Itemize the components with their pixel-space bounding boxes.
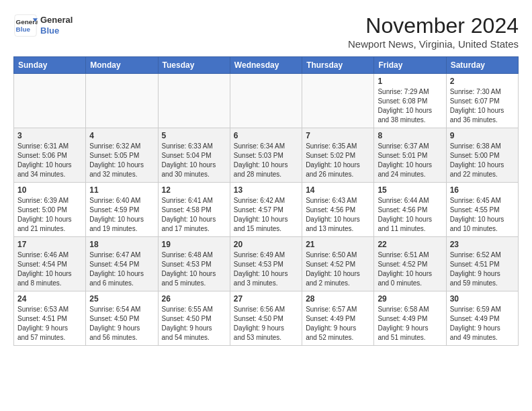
- day-info: Sunrise: 6:40 AM Sunset: 4:59 PM Dayligh…: [89, 196, 154, 234]
- day-number: 28: [306, 294, 370, 304]
- day-number: 19: [162, 240, 226, 249]
- weekday-header: Wednesday: [230, 57, 302, 74]
- logo-icon: General Blue: [13, 13, 38, 38]
- logo-text-line1: General: [40, 15, 73, 26]
- day-info: Sunrise: 6:38 AM Sunset: 5:00 PM Dayligh…: [450, 142, 515, 179]
- day-number: 7: [306, 131, 370, 140]
- day-number: 18: [89, 240, 154, 249]
- day-number: 21: [306, 240, 370, 249]
- calendar-cell: 24Sunrise: 6:53 AM Sunset: 4:51 PM Dayli…: [14, 291, 86, 346]
- calendar-cell: 6Sunrise: 6:34 AM Sunset: 5:03 PM Daylig…: [230, 128, 302, 183]
- calendar-cell: [14, 74, 86, 128]
- day-number: 6: [234, 131, 298, 140]
- calendar-cell: 17Sunrise: 6:46 AM Sunset: 4:54 PM Dayli…: [14, 237, 86, 291]
- weekday-header: Tuesday: [158, 57, 230, 74]
- logo-text-line2: Blue: [40, 26, 73, 36]
- day-number: 30: [450, 294, 515, 304]
- day-info: Sunrise: 6:32 AM Sunset: 5:05 PM Dayligh…: [89, 142, 154, 179]
- day-info: Sunrise: 6:39 AM Sunset: 5:00 PM Dayligh…: [17, 196, 82, 234]
- day-info: Sunrise: 6:33 AM Sunset: 5:04 PM Dayligh…: [162, 142, 226, 179]
- calendar-week-row: 3Sunrise: 6:31 AM Sunset: 5:06 PM Daylig…: [14, 128, 519, 183]
- day-number: 26: [162, 294, 226, 304]
- day-number: 13: [234, 185, 298, 195]
- day-number: 5: [162, 131, 226, 140]
- day-info: Sunrise: 6:59 AM Sunset: 4:49 PM Dayligh…: [450, 305, 515, 342]
- day-number: 4: [89, 131, 154, 140]
- day-number: 17: [17, 240, 82, 249]
- day-number: 23: [450, 240, 515, 249]
- day-number: 3: [17, 131, 82, 140]
- weekday-header: Friday: [374, 57, 446, 74]
- weekday-header: Monday: [86, 57, 158, 74]
- calendar-cell: 11Sunrise: 6:40 AM Sunset: 4:59 PM Dayli…: [86, 183, 158, 237]
- calendar-week-row: 17Sunrise: 6:46 AM Sunset: 4:54 PM Dayli…: [14, 237, 519, 291]
- day-number: 16: [450, 185, 515, 195]
- page-header: General Blue General Blue November 2024 …: [13, 13, 519, 50]
- calendar-cell: 5Sunrise: 6:33 AM Sunset: 5:04 PM Daylig…: [158, 128, 230, 183]
- logo: General Blue General Blue: [13, 13, 73, 38]
- calendar-cell: 28Sunrise: 6:57 AM Sunset: 4:49 PM Dayli…: [302, 291, 374, 346]
- location-subtitle: Newport News, Virginia, United States: [348, 38, 519, 50]
- day-info: Sunrise: 6:57 AM Sunset: 4:49 PM Dayligh…: [306, 305, 370, 342]
- day-info: Sunrise: 6:54 AM Sunset: 4:50 PM Dayligh…: [89, 305, 154, 342]
- calendar-cell: 4Sunrise: 6:32 AM Sunset: 5:05 PM Daylig…: [86, 128, 158, 183]
- calendar-cell: [158, 74, 230, 128]
- calendar-cell: 2Sunrise: 7:30 AM Sunset: 6:07 PM Daylig…: [446, 74, 518, 128]
- day-info: Sunrise: 6:50 AM Sunset: 4:52 PM Dayligh…: [306, 250, 370, 288]
- calendar-week-row: 10Sunrise: 6:39 AM Sunset: 5:00 PM Dayli…: [14, 183, 519, 237]
- day-number: 20: [234, 240, 298, 249]
- day-number: 11: [89, 185, 154, 195]
- day-info: Sunrise: 6:52 AM Sunset: 4:51 PM Dayligh…: [450, 250, 515, 288]
- day-info: Sunrise: 6:53 AM Sunset: 4:51 PM Dayligh…: [17, 305, 82, 342]
- calendar-cell: 20Sunrise: 6:49 AM Sunset: 4:53 PM Dayli…: [230, 237, 302, 291]
- day-info: Sunrise: 6:37 AM Sunset: 5:01 PM Dayligh…: [378, 142, 442, 179]
- day-number: 12: [162, 185, 226, 195]
- calendar-cell: 19Sunrise: 6:48 AM Sunset: 4:53 PM Dayli…: [158, 237, 230, 291]
- day-info: Sunrise: 6:35 AM Sunset: 5:02 PM Dayligh…: [306, 142, 370, 179]
- calendar-week-row: 1Sunrise: 7:29 AM Sunset: 6:08 PM Daylig…: [14, 74, 519, 128]
- day-number: 22: [378, 240, 442, 249]
- day-info: Sunrise: 7:29 AM Sunset: 6:08 PM Dayligh…: [378, 87, 442, 125]
- calendar-cell: 13Sunrise: 6:42 AM Sunset: 4:57 PM Dayli…: [230, 183, 302, 237]
- weekday-header: Thursday: [302, 57, 374, 74]
- day-info: Sunrise: 6:34 AM Sunset: 5:03 PM Dayligh…: [234, 142, 298, 179]
- month-title: November 2024: [348, 13, 519, 38]
- day-number: 27: [234, 294, 298, 304]
- calendar-cell: [302, 74, 374, 128]
- calendar-cell: 3Sunrise: 6:31 AM Sunset: 5:06 PM Daylig…: [14, 128, 86, 183]
- calendar-cell: [86, 74, 158, 128]
- day-info: Sunrise: 6:43 AM Sunset: 4:56 PM Dayligh…: [306, 196, 370, 234]
- day-number: 10: [17, 185, 82, 195]
- calendar-cell: 18Sunrise: 6:47 AM Sunset: 4:54 PM Dayli…: [86, 237, 158, 291]
- calendar-cell: 9Sunrise: 6:38 AM Sunset: 5:00 PM Daylig…: [446, 128, 518, 183]
- day-number: 24: [17, 294, 82, 304]
- calendar-cell: 1Sunrise: 7:29 AM Sunset: 6:08 PM Daylig…: [374, 74, 446, 128]
- calendar-cell: 25Sunrise: 6:54 AM Sunset: 4:50 PM Dayli…: [86, 291, 158, 346]
- day-number: 9: [450, 131, 515, 140]
- day-number: 1: [378, 77, 442, 86]
- day-info: Sunrise: 6:46 AM Sunset: 4:54 PM Dayligh…: [17, 250, 82, 288]
- day-number: 2: [450, 77, 515, 86]
- day-info: Sunrise: 6:45 AM Sunset: 4:55 PM Dayligh…: [450, 196, 515, 234]
- day-info: Sunrise: 6:58 AM Sunset: 4:49 PM Dayligh…: [378, 305, 442, 342]
- day-number: 14: [306, 185, 370, 195]
- calendar-cell: 7Sunrise: 6:35 AM Sunset: 5:02 PM Daylig…: [302, 128, 374, 183]
- calendar-cell: 21Sunrise: 6:50 AM Sunset: 4:52 PM Dayli…: [302, 237, 374, 291]
- calendar-cell: 29Sunrise: 6:58 AM Sunset: 4:49 PM Dayli…: [374, 291, 446, 346]
- day-number: 25: [89, 294, 154, 304]
- calendar-cell: 16Sunrise: 6:45 AM Sunset: 4:55 PM Dayli…: [446, 183, 518, 237]
- weekday-header: Sunday: [14, 57, 86, 74]
- calendar-table: SundayMondayTuesdayWednesdayThursdayFrid…: [13, 56, 519, 346]
- title-area: November 2024 Newport News, Virginia, Un…: [348, 13, 519, 50]
- day-info: Sunrise: 7:30 AM Sunset: 6:07 PM Dayligh…: [450, 87, 515, 125]
- day-info: Sunrise: 6:41 AM Sunset: 4:58 PM Dayligh…: [162, 196, 226, 234]
- day-info: Sunrise: 6:55 AM Sunset: 4:50 PM Dayligh…: [162, 305, 226, 342]
- day-info: Sunrise: 6:47 AM Sunset: 4:54 PM Dayligh…: [89, 250, 154, 288]
- calendar-cell: 15Sunrise: 6:44 AM Sunset: 4:56 PM Dayli…: [374, 183, 446, 237]
- day-number: 29: [378, 294, 442, 304]
- calendar-cell: 23Sunrise: 6:52 AM Sunset: 4:51 PM Dayli…: [446, 237, 518, 291]
- calendar-header-row: SundayMondayTuesdayWednesdayThursdayFrid…: [14, 57, 519, 74]
- day-info: Sunrise: 6:51 AM Sunset: 4:52 PM Dayligh…: [378, 250, 442, 288]
- calendar-cell: [230, 74, 302, 128]
- calendar-cell: 12Sunrise: 6:41 AM Sunset: 4:58 PM Dayli…: [158, 183, 230, 237]
